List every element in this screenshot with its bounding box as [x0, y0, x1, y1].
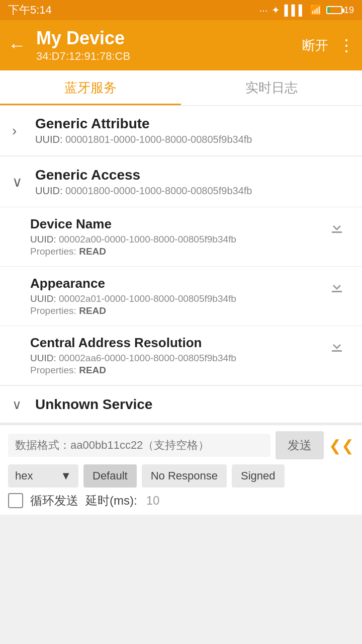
service-generic-access-info: Generic Access UUID: 00001800-0000-1000-…	[35, 167, 350, 197]
format-select[interactable]: hex ▼	[8, 464, 78, 488]
loop-row: 循环发送 延时(ms): 10	[8, 493, 354, 509]
battery-icon	[326, 6, 342, 14]
bluetooth-icon: ✦	[272, 4, 280, 16]
status-icons: ··· ✦ ▌▌▌ 📶 19	[259, 4, 354, 16]
char-car-info: Central Address Resolution UUID: 00002aa…	[30, 335, 324, 376]
download-icon	[328, 218, 346, 236]
svg-rect-1	[332, 231, 342, 233]
svg-marker-0	[333, 221, 341, 230]
char-appearance-info: Appearance UUID: 00002a01-0000-1000-8000…	[30, 276, 324, 316]
tab-bluetooth-services[interactable]: 蓝牙服务	[0, 70, 181, 105]
download-icon	[328, 337, 346, 355]
char-device-name-info: Device Name UUID: 00002a00-0000-1000-800…	[30, 216, 324, 257]
write-type-signed-button[interactable]: Signed	[232, 464, 285, 488]
write-type-no-response-button[interactable]: No Response	[142, 464, 227, 488]
write-type-default-button[interactable]: Default	[83, 464, 137, 488]
svg-rect-3	[332, 291, 342, 292]
char-appearance-props: Properties: READ	[30, 305, 324, 316]
status-bar: 下午5:14 ··· ✦ ▌▌▌ 📶 19	[0, 0, 362, 20]
char-device-name-label: Device Name	[30, 216, 324, 232]
svg-rect-5	[332, 350, 342, 352]
toolbar: ← My Device 34:D7:12:91:78:CB 断开 ⋮	[0, 20, 362, 70]
service-unknown: ∨ Unknown Service	[0, 386, 362, 424]
service-generic-attribute-header[interactable]: › Generic Attribute UUID: 00001801-0000-…	[0, 106, 362, 156]
delay-value[interactable]: 10	[146, 494, 160, 508]
char-car-label: Central Address Resolution	[30, 335, 324, 351]
service-generic-access-uuid: UUID: 00001800-0000-1000-8000-00805f9b34…	[35, 185, 350, 197]
char-appearance-label: Appearance	[30, 276, 324, 291]
battery-container: 19	[326, 5, 354, 16]
download-icon	[328, 278, 346, 296]
data-input[interactable]	[8, 434, 270, 457]
characteristic-appearance: Appearance UUID: 00002a01-0000-1000-8000…	[0, 267, 362, 326]
format-selected-value: hex	[15, 469, 33, 482]
tabs-bar: 蓝牙服务 实时日志	[0, 70, 362, 106]
format-row: hex ▼ Default No Response Signed	[8, 464, 354, 488]
chevron-right-icon: ›	[12, 123, 27, 139]
input-row: 发送 ❮❮	[8, 431, 354, 459]
char-appearance-read-button[interactable]	[324, 276, 350, 302]
battery-level: 19	[344, 5, 354, 16]
service-generic-access-name: Generic Access	[35, 167, 350, 183]
service-unknown-info: Unknown Service	[35, 396, 350, 413]
loop-send-label: 循环发送	[30, 493, 78, 509]
characteristic-central-address-resolution: Central Address Resolution UUID: 00002aa…	[0, 326, 362, 385]
more-menu-button[interactable]: ⋮	[338, 36, 354, 55]
chevron-down-icon-unknown: ∨	[12, 397, 27, 413]
chevron-down-icon: ∨	[12, 174, 27, 190]
characteristic-device-name: Device Name UUID: 00002a00-0000-1000-800…	[0, 207, 362, 267]
char-device-name-uuid: UUID: 00002a00-0000-1000-8000-00805f9b34…	[30, 234, 324, 245]
device-address: 34:D7:12:91:78:CB	[36, 50, 302, 63]
delay-label: 延时(ms):	[85, 493, 137, 509]
send-button[interactable]: 发送	[276, 431, 324, 459]
disconnect-button[interactable]: 断开	[302, 37, 328, 54]
service-unknown-name: Unknown Service	[35, 396, 350, 413]
expand-chevron-icon[interactable]: ❮❮	[329, 437, 354, 454]
toolbar-actions: 断开 ⋮	[302, 36, 354, 55]
char-car-uuid: UUID: 00002aa6-0000-1000-8000-00805f9b34…	[30, 353, 324, 364]
service-unknown-header[interactable]: ∨ Unknown Service	[0, 386, 362, 424]
toolbar-title-block: My Device 34:D7:12:91:78:CB	[36, 28, 302, 63]
uuid-label: UUID:	[35, 134, 65, 145]
service-generic-attribute-uuid: UUID: 00001801-0000-1000-8000-00805f9b34…	[35, 134, 350, 145]
svg-marker-4	[333, 340, 341, 349]
char-appearance-uuid: UUID: 00002a01-0000-1000-8000-00805f9b34…	[30, 293, 324, 304]
loop-send-checkbox[interactable]	[8, 493, 23, 508]
char-device-name-props: Properties: READ	[30, 246, 324, 257]
service-generic-access-header[interactable]: ∨ Generic Access UUID: 00001800-0000-100…	[0, 157, 362, 207]
signal-bars-icon: ▌▌▌	[284, 5, 306, 16]
service-generic-attribute-name: Generic Attribute	[35, 116, 350, 132]
char-car-read-button[interactable]	[324, 335, 350, 361]
bottom-bar: 发送 ❮❮ hex ▼ Default No Response Signed 循…	[0, 425, 362, 515]
status-time: 下午5:14	[8, 3, 52, 18]
back-button[interactable]: ←	[8, 35, 26, 56]
page-title: My Device	[36, 28, 302, 49]
char-device-name-read-button[interactable]	[324, 216, 350, 243]
service-generic-access: ∨ Generic Access UUID: 00001800-0000-100…	[0, 157, 362, 385]
format-chevron-icon: ▼	[60, 469, 71, 482]
services-content: › Generic Attribute UUID: 00001801-0000-…	[0, 106, 362, 424]
tab-realtime-log[interactable]: 实时日志	[181, 70, 362, 105]
svg-marker-2	[333, 281, 341, 290]
wifi-icon: 📶	[310, 4, 322, 16]
service-generic-attribute: › Generic Attribute UUID: 00001801-0000-…	[0, 106, 362, 156]
char-car-props: Properties: READ	[30, 365, 324, 376]
signal-dots-icon: ···	[259, 5, 268, 16]
service-generic-attribute-info: Generic Attribute UUID: 00001801-0000-10…	[35, 116, 350, 145]
